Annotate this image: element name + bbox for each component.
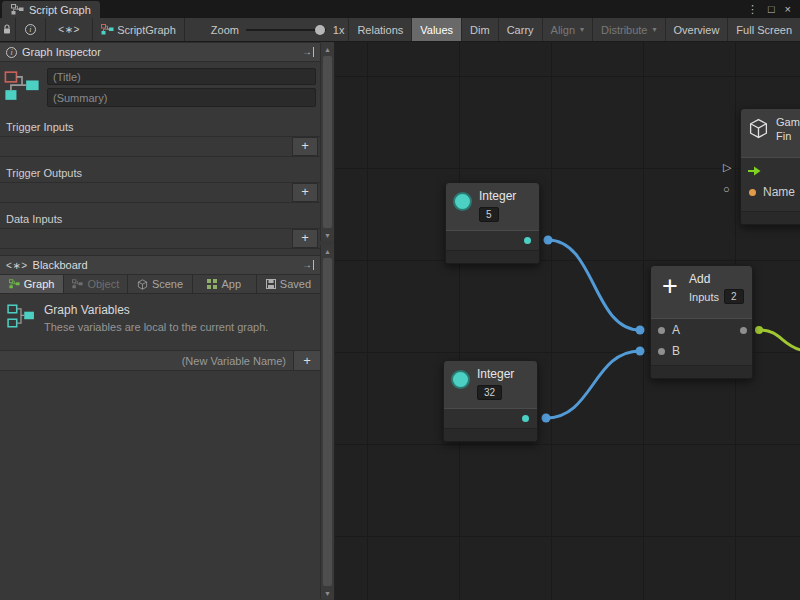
graph-title-field[interactable] <box>47 68 316 85</box>
tab-app[interactable]: App <box>193 275 257 293</box>
add-icon: + <box>658 273 682 299</box>
wire-add-output[interactable] <box>759 330 800 350</box>
blackboard-toggle-button[interactable]: <∗> <box>46 18 93 41</box>
integer-value-field[interactable]: 32 <box>477 385 502 400</box>
node-integer-2[interactable]: Integer 32 <box>443 360 538 442</box>
window-tab[interactable]: Script Graph <box>2 1 100 18</box>
graph-variables-icon <box>7 303 35 329</box>
node-footer <box>446 250 539 263</box>
graph-name: ScriptGraph <box>117 24 176 36</box>
node-find[interactable]: Gam Fin Name <box>740 108 800 225</box>
carry-button[interactable]: Carry <box>498 18 542 41</box>
flow-input-port[interactable]: ▷ <box>723 161 731 174</box>
inputs-count-field[interactable]: 2 <box>724 289 744 304</box>
input-port-b[interactable] <box>658 348 665 355</box>
graph-canvas[interactable]: Integer 5 Integer 32 <box>335 42 800 600</box>
window-maximize-icon[interactable]: □ <box>768 3 775 15</box>
new-variable-input[interactable] <box>0 355 293 367</box>
node-footer <box>741 211 800 224</box>
graph-meta <box>0 62 320 111</box>
graph-tab-icon <box>9 279 20 289</box>
node-footer <box>651 365 752 378</box>
add-data-input-button[interactable]: + <box>292 229 318 248</box>
node-title-line1: Gam <box>776 116 800 128</box>
add-trigger-input-button[interactable]: + <box>292 137 318 156</box>
wire-integer1-to-add-a[interactable] <box>548 240 640 330</box>
zoom-slider-handle[interactable] <box>315 25 325 35</box>
scrollbar-thumb[interactable] <box>323 56 332 228</box>
node-header: Integer 32 <box>444 361 537 408</box>
zoom-slider[interactable] <box>246 24 326 36</box>
blackboard-icon: <∗> <box>6 260 28 271</box>
dock-icon[interactable]: → <box>302 47 314 57</box>
wire-endpoint[interactable] <box>542 414 551 423</box>
scroll-down-icon[interactable]: ▼ <box>321 229 334 241</box>
lock-icon <box>2 24 12 35</box>
name-input-port[interactable] <box>749 189 756 196</box>
tab-scene[interactable]: Scene <box>128 275 192 293</box>
window-title: Script Graph <box>29 4 91 16</box>
lock-button[interactable] <box>0 18 16 41</box>
integer-type-icon <box>453 192 472 211</box>
window-close-icon[interactable]: × <box>785 3 791 15</box>
graph-summary-field[interactable] <box>47 88 316 107</box>
node-footer <box>444 428 537 441</box>
inspector-scrollbar[interactable]: ▲ ▼ <box>320 43 334 241</box>
tab-object[interactable]: Object <box>64 275 128 293</box>
align-label: Align <box>551 24 575 36</box>
dim-label: Dim <box>470 24 490 36</box>
dock-icon[interactable]: → <box>302 260 314 270</box>
integer-type-icon <box>451 370 470 389</box>
scrollbar-thumb[interactable] <box>323 258 332 586</box>
relations-button[interactable]: Relations <box>348 18 411 41</box>
inspect-button[interactable]: i <box>16 18 46 41</box>
wire-integer2-to-add-b[interactable] <box>546 351 640 418</box>
tab-saved[interactable]: Saved <box>257 275 320 293</box>
wire-endpoint[interactable] <box>755 326 763 334</box>
scroll-up-icon[interactable]: ▲ <box>321 245 334 257</box>
info-icon: i <box>25 24 36 35</box>
node-title-line2: Fin <box>776 130 800 142</box>
wire-endpoint[interactable] <box>636 347 645 356</box>
distribute-label: Distribute <box>601 24 647 36</box>
window-controls: ⋮ □ × <box>738 0 800 18</box>
integer-value-field[interactable]: 5 <box>479 207 499 222</box>
scroll-down-icon[interactable]: ▼ <box>321 587 334 599</box>
new-variable-row: + <box>0 350 320 371</box>
wire-endpoint[interactable] <box>544 236 553 245</box>
port-a-label: A <box>672 323 680 337</box>
values-button[interactable]: Values <box>411 18 461 41</box>
scroll-up-icon[interactable]: ▲ <box>321 43 334 55</box>
add-trigger-output-button[interactable]: + <box>292 183 318 202</box>
distribute-button[interactable]: Distribute▾ <box>592 18 664 41</box>
node-integer-1[interactable]: Integer 5 <box>445 182 540 264</box>
saved-tab-icon <box>266 279 276 289</box>
full-screen-button[interactable]: Full Screen <box>727 18 800 41</box>
tab-saved-label: Saved <box>280 278 311 290</box>
trigger-inputs-list: + <box>0 137 320 157</box>
titlebar: Script Graph ⋮ □ × <box>0 0 800 18</box>
tab-object-label: Object <box>87 278 119 290</box>
node-add[interactable]: + Add Inputs 2 A B <box>650 265 753 379</box>
output-port[interactable] <box>740 327 747 334</box>
wire-endpoint[interactable] <box>636 326 645 335</box>
window-menu-icon[interactable]: ⋮ <box>747 3 758 16</box>
value-input-port[interactable]: ○ <box>723 183 730 196</box>
graph-breadcrumb[interactable]: ScriptGraph <box>93 18 185 41</box>
dim-button[interactable]: Dim <box>461 18 498 41</box>
zoom-value: 1x <box>333 24 345 36</box>
tab-graph[interactable]: Graph <box>0 275 64 293</box>
overview-button[interactable]: Overview <box>665 18 728 41</box>
output-port[interactable] <box>524 237 531 244</box>
input-port-a[interactable] <box>658 327 665 334</box>
align-button[interactable]: Align▾ <box>542 18 592 41</box>
flow-arrow-icon[interactable] <box>747 165 762 177</box>
app-tab-icon <box>207 279 217 289</box>
output-port[interactable] <box>522 415 529 422</box>
add-variable-button[interactable]: + <box>293 351 320 370</box>
carry-label: Carry <box>507 24 534 36</box>
blackboard-title: Blackboard <box>33 259 88 271</box>
sidebar: i Graph Inspector → Tri <box>0 42 335 600</box>
tab-graph-label: Graph <box>24 278 55 290</box>
blackboard-scrollbar[interactable]: ▲ ▼ <box>320 245 334 599</box>
